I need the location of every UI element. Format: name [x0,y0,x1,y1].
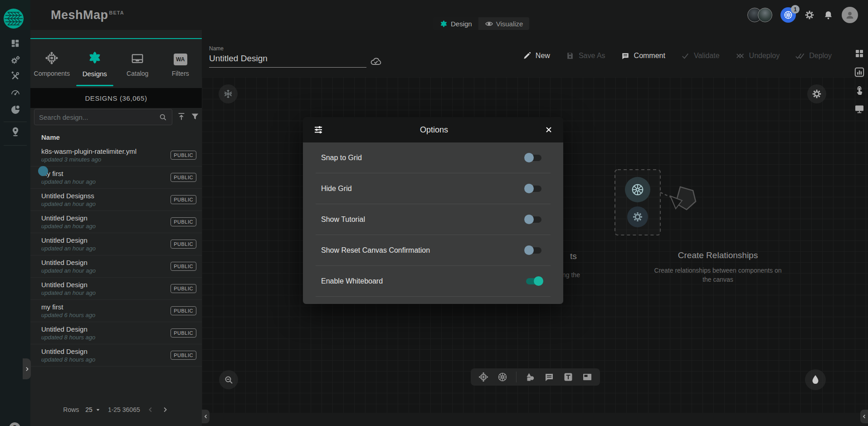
new-button[interactable]: New [522,51,550,60]
component-chip-icon[interactable] [478,372,489,382]
rail-meshmap-pin-icon[interactable] [0,126,30,137]
design-list-item[interactable]: Untitled Design updated 8 hours ago PUBL… [30,322,202,344]
visibility-badge[interactable]: PUBLIC [171,217,196,226]
design-list-item[interactable]: k8s-wasm-plugin-ratelimiter.yml updated … [30,144,202,166]
visibility-badge[interactable]: PUBLIC [171,328,196,338]
filter-funnel-icon[interactable] [190,112,200,122]
rail-performance-gauge-icon[interactable] [0,87,30,98]
design-list-item[interactable]: Untitled Design updated an hour ago PUBL… [30,211,202,233]
expand-sidebar-button[interactable] [23,358,31,379]
design-list-item[interactable]: Untitled Designss updated an hour ago PU… [30,189,202,211]
page-range: 1-25 36065 [108,406,140,413]
rail-dashboard-icon[interactable] [0,38,30,49]
validate-button[interactable]: Validate [681,51,720,60]
canvas-options-button[interactable] [807,84,826,103]
image-tool-icon[interactable] [582,372,593,382]
column-header-name: Name [41,133,60,141]
design-list-item[interactable]: Untitled Design updated an hour ago PUBL… [30,233,202,255]
option-row: Enable Whiteboard [316,266,551,297]
comment-tool-icon[interactable] [544,372,555,382]
design-updated: updated 8 hours ago [41,356,171,363]
design-list-item[interactable]: Untitled Design updated an hour ago PUBL… [30,278,202,300]
visibility-badge[interactable]: PUBLIC [171,195,196,204]
visibility-badge[interactable]: PUBLIC [171,151,196,160]
rail-lifecycle-gears-icon[interactable] [0,54,30,65]
save-as-button[interactable]: Save As [566,51,605,60]
beta-tag: BETA [109,10,124,15]
help-button[interactable]: ? [9,422,20,426]
kubernetes-node-icon[interactable] [497,372,508,382]
user-avatar[interactable] [842,7,858,23]
design-name-input[interactable] [209,52,366,68]
option-label: Snap to Grid [316,154,525,162]
tab-visualize[interactable]: Visualize [478,17,530,30]
visibility-badge[interactable]: PUBLIC [171,262,196,271]
visibility-badge[interactable]: PUBLIC [171,351,196,360]
components-chip-icon [44,50,59,65]
option-row: Show Reset Canvas Confirmation [316,235,551,266]
top-header: MeshMapBETA Design Visualize 1 [0,0,868,30]
ink-drop-button[interactable] [805,369,826,390]
toggle-switch[interactable] [525,245,542,255]
undeploy-button[interactable]: Undeploy [735,51,780,61]
toggle-switch[interactable] [525,215,542,225]
visibility-badge[interactable]: PUBLIC [171,306,196,315]
kubernetes-context-button[interactable]: 1 [780,7,796,23]
author-avatar-dot [38,166,48,176]
meshery-swirl-icon [439,20,448,28]
tab-components[interactable]: Components [30,39,73,88]
notifications-bell-icon[interactable] [823,10,834,20]
option-label: Hide Grid [316,185,525,193]
visibility-badge[interactable]: PUBLIC [171,240,196,249]
modal-title: Options [324,125,544,135]
design-updated: updated 8 hours ago [41,334,171,341]
design-name: Untitled Design [41,214,171,222]
design-list-item[interactable]: my first updated 6 hours ago PUBLIC [30,300,202,322]
search-input[interactable] [34,113,158,121]
text-tool-icon[interactable] [563,372,574,382]
comment-button[interactable]: Comment [621,51,665,60]
shapes-icon[interactable] [525,372,536,382]
design-list-item[interactable]: Untitled Design updated an hour ago PUBL… [30,255,202,278]
toggle-switch[interactable] [525,184,542,194]
design-list-item[interactable]: Untitled Design updated 8 hours ago PUBL… [30,344,202,367]
upload-icon[interactable] [176,112,186,122]
dock-touch-icon[interactable] [854,85,865,96]
occluded-hint-title-fragment: ts [570,251,577,261]
collapse-left-panel-button[interactable] [202,410,210,423]
close-icon[interactable] [544,125,553,134]
design-list-item[interactable]: my first updated an hour ago PUBLIC [30,166,202,189]
collapse-right-dock-button[interactable] [860,410,868,423]
next-page-icon[interactable] [161,406,169,414]
visibility-badge[interactable]: PUBLIC [171,173,196,182]
dock-chart-icon[interactable] [853,66,865,78]
tab-visualize-label: Visualize [496,20,523,28]
prev-page-icon[interactable] [146,406,155,414]
rail-configuration-tools-icon[interactable] [0,71,30,81]
app-title: MeshMapBETA [51,8,124,22]
header-actions: 1 [747,0,858,30]
toggle-switch[interactable] [525,153,542,163]
collaborator-avatar[interactable] [758,8,772,22]
cluster-filter-button[interactable] [219,84,238,103]
layer5-logo[interactable] [0,0,30,30]
settings-gear-icon[interactable] [804,10,815,20]
rail-extensions-pie-icon[interactable] [0,104,30,115]
tab-design[interactable]: Design [433,17,478,30]
collaborator-avatars[interactable] [747,8,772,22]
tab-filters[interactable]: WA Filters [159,39,202,88]
rows-per-page-select[interactable]: 25 [85,406,102,413]
design-name: my first [41,170,171,177]
design-updated: updated an hour ago [41,289,171,296]
tab-catalog-label: Catalog [127,70,148,77]
toggle-switch[interactable] [525,276,542,286]
options-modal-header[interactable]: Options [303,117,563,142]
zoom-out-button[interactable] [219,370,238,389]
tab-catalog[interactable]: Catalog [116,39,159,88]
visibility-badge[interactable]: PUBLIC [171,284,196,293]
tab-designs[interactable]: Designs [73,39,117,88]
dock-grid-icon[interactable] [854,48,865,59]
dock-monitor-icon[interactable] [854,103,865,114]
deploy-button[interactable]: Deploy [795,51,832,61]
caret-down-icon [94,406,102,413]
